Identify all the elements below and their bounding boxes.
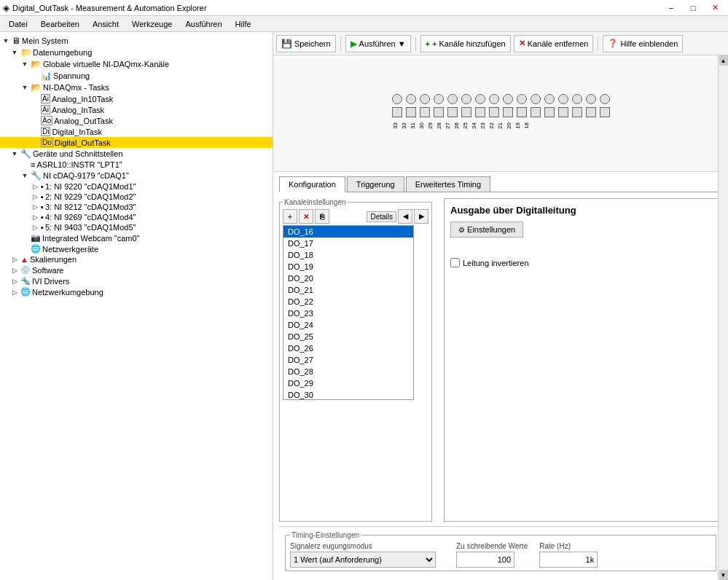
menu-ansicht[interactable]: Ansicht <box>87 18 125 30</box>
tree-item-analog-intask[interactable]: ▷ Ai Analog_InTask <box>0 104 273 115</box>
pin-circle <box>392 94 402 104</box>
tree-item-ni-cdaq[interactable]: ▼ 🔧 NI cDAQ-9179 "cDAQ1" <box>0 170 273 181</box>
add-channels-button[interactable]: + + Kanäle hinzufügen <box>420 35 511 52</box>
list-item[interactable]: DO_22 <box>283 296 413 307</box>
list-item[interactable]: DO_24 <box>283 319 413 331</box>
channel-output-row: Kanaleinstellungen + ✕ ⎘ Details ◀ ▶ <box>279 198 722 522</box>
tab-triggerung[interactable]: Triggerung <box>347 176 404 192</box>
save-button[interactable]: 💾 Speichern <box>276 35 336 52</box>
close-button[interactable]: ✕ <box>705 1 725 15</box>
tree-icon-task: Ai <box>41 105 50 114</box>
tree-label: Software <box>32 266 63 275</box>
list-item[interactable]: DO_20 <box>283 273 413 284</box>
list-item[interactable]: DO_29 <box>283 377 413 389</box>
add-channel-button[interactable]: + <box>283 209 297 224</box>
help-button[interactable]: ❓ Hilfe einblenden <box>603 35 683 52</box>
signal-mode-select[interactable]: 1 Wert (auf Anforderung) <box>290 552 436 568</box>
minimize-button[interactable]: − <box>661 1 681 15</box>
menu-datei[interactable]: Datei <box>3 18 34 30</box>
vertical-scrollbar[interactable]: ▲ ▼ <box>718 55 728 580</box>
tree-item-software[interactable]: ▷ 💿 Software <box>0 264 273 275</box>
pin-square <box>531 107 541 117</box>
expand-icon: ▼ <box>10 48 19 57</box>
tree-container: ▼ 🖥 Mein System ▼ 📁 Datenumgebung ▼ 📂 Gl… <box>0 32 273 300</box>
menu-werkzeuge[interactable]: Werkzeuge <box>126 18 178 30</box>
list-item[interactable]: DO_28 <box>283 366 413 377</box>
invert-label: Leitung invertieren <box>463 259 529 267</box>
tree-item-analog-outtask[interactable]: ▷ Ao Analog_OutTask <box>0 115 273 126</box>
pin-square <box>517 107 527 117</box>
expand-icon: ▼ <box>20 60 29 68</box>
tree-item-mod3[interactable]: ▷ ▪ 3: NI 9212 "cDAQ1Mod3" <box>0 202 273 212</box>
list-item[interactable]: DO_25 <box>283 331 413 342</box>
channel-toolbar: + ✕ ⎘ Details ◀ ▶ <box>283 209 428 224</box>
tree-item-webcam[interactable]: ▷ 📷 Integrated Webcam "cam0" <box>0 232 273 243</box>
tab-konfiguration[interactable]: Konfiguration <box>279 176 345 192</box>
tab-erweitertes-timing[interactable]: Erweitertes Timing <box>406 176 490 192</box>
menu-ausfuehren[interactable]: Ausführen <box>179 18 227 30</box>
settings-tab[interactable]: ⚙ Einstellungen <box>450 222 523 238</box>
list-item[interactable]: DO_21 <box>283 284 413 296</box>
pin-circle <box>461 94 471 104</box>
remove-channels-button[interactable]: ✕ Kanäle entfernen <box>514 35 594 52</box>
list-item[interactable]: DO_30 <box>283 389 413 400</box>
next-channel-button[interactable]: ▶ <box>414 209 428 224</box>
tree-item-geraete[interactable]: ▼ 🔧 Geräte und Schnittstellen <box>0 148 273 160</box>
tree-item-analog-in10task[interactable]: ▷ Ai Analog_In10Task <box>0 93 273 104</box>
menu-bearbeiten[interactable]: Bearbeiten <box>35 18 85 30</box>
list-item[interactable]: DO_26 <box>283 342 413 354</box>
tree-icon-module: ▪ <box>41 192 44 201</box>
config-tab-bar: Konfiguration Triggerung Erweitertes Tim… <box>279 176 722 192</box>
run-button[interactable]: ▶ Ausführen ▼ <box>345 35 411 52</box>
invert-checkbox[interactable] <box>450 258 460 267</box>
app-icon: ◈ <box>3 3 9 13</box>
list-item[interactable]: DO_16 <box>283 226 413 238</box>
tree-label: Netzwerkumgebung <box>32 288 103 297</box>
tree-item-mod4[interactable]: ▷ ▪ 4: NI 9269 "cDAQ1Mod4" <box>0 212 273 222</box>
list-item[interactable]: DO_27 <box>283 354 413 366</box>
tree-icon-serial: ≡ <box>31 160 35 169</box>
run-label: Ausführen <box>359 39 396 48</box>
tree-label: Geräte und Schnittstellen <box>33 149 123 158</box>
tree-item-mod2[interactable]: ▷ ▪ 2: NI 9229 "cDAQ1Mod2" <box>0 192 273 202</box>
tree-label: 5: NI 9403 "cDAQ1Mod5" <box>45 223 136 232</box>
maximize-button[interactable]: □ <box>683 1 703 15</box>
tree-item-skalierungen[interactable]: ▷ ▲ Skalierungen <box>0 254 273 264</box>
list-item[interactable]: DO_19 <box>283 261 413 273</box>
rate-input[interactable] <box>539 552 598 568</box>
tree-item-netzwerkumgebung[interactable]: ▷ 🌐 Netzwerkumgebung <box>0 286 273 297</box>
tree-item-globale-virt[interactable]: ▼ 📂 Globale virtuelle NI-DAQmx-Kanäle <box>0 58 273 70</box>
tree-item-mod1[interactable]: ▷ ▪ 1: NI 9220 "cDAQ1Mod1" <box>0 181 273 192</box>
tree-item-ivi-drivers[interactable]: ▷ 🔩 IVI Drivers <box>0 275 273 286</box>
pin-square <box>489 107 499 117</box>
tree-item-mein-system[interactable]: ▼ 🖥 Mein System <box>0 35 273 47</box>
pin-square <box>420 107 430 117</box>
tree-item-spannung[interactable]: ▷ 📊 Spannung <box>0 70 273 82</box>
pin-circle <box>503 94 513 104</box>
tree-item-digital-outtask[interactable]: ▷ Do Digital_OutTask <box>0 137 273 148</box>
list-item[interactable]: DO_18 <box>283 249 413 261</box>
scroll-down-button[interactable]: ▼ <box>719 570 728 580</box>
tree-item-mod5[interactable]: ▷ ▪ 5: NI 9403 "cDAQ1Mod5" <box>0 222 273 232</box>
tree-item-asrl10[interactable]: ▷ ≡ ASRL10::INSTR "LPT1" <box>0 160 273 170</box>
save-icon: 💾 <box>281 39 292 49</box>
list-item[interactable]: DO_17 <box>283 238 413 249</box>
copy-channel-button[interactable]: ⎘ <box>315 209 329 224</box>
tree-item-ni-daqmx-tasks[interactable]: ▼ 📂 NI-DAQmx - Tasks <box>0 82 273 93</box>
tree-item-netzwerkgeraete[interactable]: ▷ 🌐 Netzwerkgeräte <box>0 243 273 254</box>
scroll-up-button[interactable]: ▲ <box>719 55 728 66</box>
delete-channel-button[interactable]: ✕ <box>299 209 313 224</box>
tree-label: Mein System <box>22 36 69 45</box>
pin-diagram: 33 32 31 30 29 28 27 26 25 24 23 22 21 2… <box>273 55 728 172</box>
channel-list[interactable]: DO_16 DO_17 DO_18 DO_19 DO_20 DO_21 DO_2… <box>283 225 414 400</box>
timing-section: Timing-Einstellungen Signalerz eugungsmo… <box>279 526 722 576</box>
list-item[interactable]: DO_23 <box>283 307 413 319</box>
pin-square <box>586 107 596 117</box>
tree-item-datenumgebung[interactable]: ▼ 📁 Datenumgebung <box>0 47 273 58</box>
menu-hilfe[interactable]: Hilfe <box>230 18 257 30</box>
tree-item-digital-intask[interactable]: ▷ Di Digital_InTask <box>0 126 273 137</box>
write-values-input[interactable] <box>456 552 514 568</box>
details-button[interactable]: Details <box>367 211 396 222</box>
prev-channel-button[interactable]: ◀ <box>398 209 412 224</box>
tree-label: Analog_InTask <box>52 106 104 114</box>
